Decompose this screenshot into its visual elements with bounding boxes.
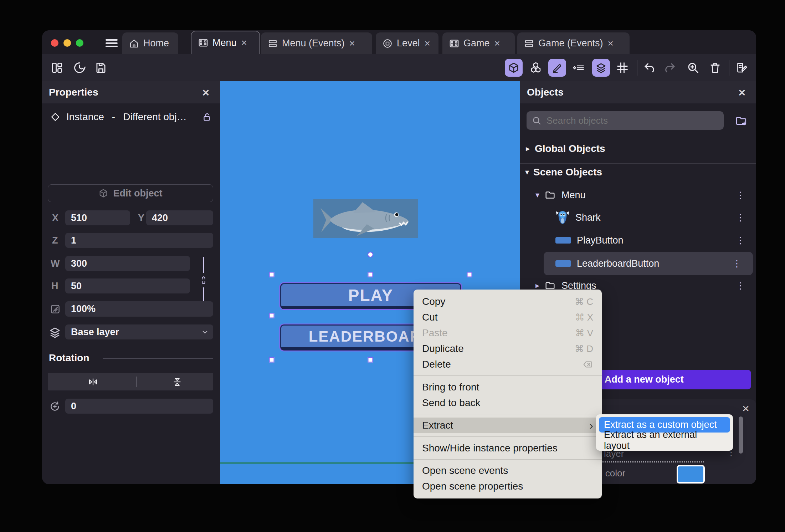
main-menu-icon[interactable] xyxy=(106,37,118,49)
shark-thumbnail xyxy=(555,209,570,226)
link-wh-icon[interactable] xyxy=(199,275,208,285)
color-swatch[interactable] xyxy=(677,465,705,484)
search-box[interactable] xyxy=(527,111,724,130)
objects-close-icon[interactable]: × xyxy=(738,86,745,98)
row-menu-icon[interactable]: ⋮ xyxy=(732,261,742,266)
layers-icon[interactable] xyxy=(592,59,610,77)
tab-label: Menu (Events) xyxy=(282,38,345,49)
h-input[interactable] xyxy=(65,278,190,293)
tab-close-icon[interactable]: × xyxy=(425,38,430,49)
row-menu-icon[interactable]: ⋮ xyxy=(736,237,745,243)
global-objects-row[interactable]: ▸ Global Objects xyxy=(526,141,750,157)
tab-menu-events[interactable]: Menu (Events) × xyxy=(261,32,372,54)
add-folder-icon[interactable] xyxy=(735,114,748,127)
tab-game[interactable]: Game × xyxy=(442,32,515,54)
submenu-item-extract-external-layout[interactable]: Extract as an external layout xyxy=(599,433,730,448)
panel-close-icon[interactable]: × xyxy=(742,402,749,414)
tab-close-icon[interactable]: × xyxy=(494,38,500,49)
opacity-input[interactable] xyxy=(65,301,213,317)
tree-row-menu-folder[interactable]: ▾ Menu ⋮ xyxy=(535,187,749,203)
menu-item-duplicate[interactable]: Duplicate⌘ D xyxy=(414,341,602,357)
menu-item-show-hide-instance-properties[interactable]: Show/Hide instance properties xyxy=(414,440,602,456)
menu-item-open-scene-events[interactable]: Open scene events xyxy=(414,463,602,479)
tab-level[interactable]: Level × xyxy=(376,32,438,54)
tree-row-label: LeaderboardButton xyxy=(577,258,659,269)
redo-icon[interactable] xyxy=(663,61,676,74)
version-history-icon[interactable] xyxy=(73,61,86,75)
scene-objects-row[interactable]: ▾ Scene Objects xyxy=(525,164,750,180)
dotted-divider xyxy=(602,461,704,462)
cube-3d-view-icon[interactable] xyxy=(505,59,523,77)
tab-menu[interactable]: Menu × xyxy=(191,31,260,54)
close-traffic-light[interactable] xyxy=(51,39,58,47)
tab-game-events[interactable]: Game (Events) × xyxy=(517,32,630,54)
x-input[interactable] xyxy=(65,210,130,225)
properties-header: Properties × xyxy=(42,81,220,103)
selection-handle-top-center[interactable] xyxy=(368,272,373,277)
desktop: Home Menu × Menu (Events) × Level × Game… xyxy=(0,0,785,532)
selection-handle-bottom-center[interactable] xyxy=(368,357,373,363)
caret-down-icon[interactable]: ▾ xyxy=(525,168,529,177)
layer-select[interactable]: Base layer xyxy=(65,324,213,339)
add-object-button[interactable]: + Add a new object xyxy=(586,370,751,389)
menu-item-bring-to-front[interactable]: Bring to front xyxy=(414,379,602,395)
menu-item-delete[interactable]: Delete xyxy=(414,357,602,372)
rotation-input[interactable] xyxy=(65,399,213,414)
tree-divider xyxy=(520,163,756,164)
tab-close-icon[interactable]: × xyxy=(241,37,247,48)
tab-label: Home xyxy=(143,38,169,49)
row-menu-icon[interactable]: ⋮ xyxy=(736,192,745,198)
undo-icon[interactable] xyxy=(643,61,656,74)
edit-object-button[interactable]: Edit object xyxy=(48,184,213,202)
search-input[interactable] xyxy=(546,115,704,127)
properties-close-icon[interactable]: × xyxy=(202,86,209,98)
row-menu-icon[interactable]: ⋮ xyxy=(736,215,745,220)
menu-item-copy[interactable]: Copy⌘ C xyxy=(414,294,602,310)
instance-object-name: Different obj… xyxy=(123,111,186,123)
rotation-section-title: Rotation xyxy=(49,352,89,364)
maximize-traffic-light[interactable] xyxy=(76,39,83,47)
z-input[interactable] xyxy=(65,233,213,248)
cube-2d-icon xyxy=(98,188,108,198)
shark-sprite[interactable] xyxy=(313,199,418,238)
caret-right-icon[interactable]: ▸ xyxy=(535,281,539,290)
rotation-handle[interactable] xyxy=(368,252,373,257)
flip-horizontal-icon[interactable] xyxy=(88,377,98,387)
caret-down-icon[interactable]: ▾ xyxy=(535,190,539,200)
scrollbar-thumb[interactable] xyxy=(739,416,743,454)
selection-handle-mid-left[interactable] xyxy=(269,313,275,318)
edit-pencil-icon[interactable] xyxy=(548,59,566,77)
y-input[interactable] xyxy=(146,210,213,225)
objects-stack-icon[interactable] xyxy=(529,61,542,74)
unlock-icon[interactable] xyxy=(201,112,212,122)
selection-handle-top-left[interactable] xyxy=(269,272,275,277)
panels-layout-icon[interactable] xyxy=(50,61,64,75)
save-icon[interactable] xyxy=(94,61,108,75)
flip-vertical-icon[interactable] xyxy=(172,377,183,387)
caret-right-icon[interactable]: ▸ xyxy=(526,144,530,153)
selection-handle-bottom-left[interactable] xyxy=(269,357,275,363)
folder-icon xyxy=(544,189,556,201)
zoom-in-icon[interactable] xyxy=(687,61,699,74)
row-menu-icon[interactable]: ⋮ xyxy=(736,283,745,288)
menu-item-send-to-back[interactable]: Send to back xyxy=(414,395,602,411)
tree-row-shark[interactable]: Shark ⋮ xyxy=(555,209,749,226)
tab-home[interactable]: Home xyxy=(122,32,178,54)
instance-properties-icon[interactable] xyxy=(572,61,585,74)
tree-row-leaderboardbutton[interactable]: LeaderboardButton ⋮ xyxy=(555,256,749,271)
selection-handle-top-right[interactable] xyxy=(467,272,472,277)
menu-item-open-scene-properties[interactable]: Open scene properties xyxy=(414,479,602,494)
tree-row-playbutton[interactable]: PlayButton ⋮ xyxy=(555,232,749,248)
tab-label: Game (Events) xyxy=(538,38,603,49)
w-input[interactable] xyxy=(65,256,190,271)
menu-item-extract[interactable]: Extract› xyxy=(414,418,602,433)
edit-events-icon[interactable] xyxy=(735,61,748,74)
minimize-traffic-light[interactable] xyxy=(63,39,71,47)
tab-close-icon[interactable]: × xyxy=(349,38,355,49)
grid-icon[interactable] xyxy=(616,61,629,74)
trash-icon[interactable] xyxy=(709,61,722,74)
events-sheet-icon xyxy=(267,38,278,49)
tab-close-icon[interactable]: × xyxy=(608,38,614,49)
instance-type-label: Instance xyxy=(66,111,104,123)
menu-item-cut[interactable]: Cut⌘ X xyxy=(414,310,602,325)
